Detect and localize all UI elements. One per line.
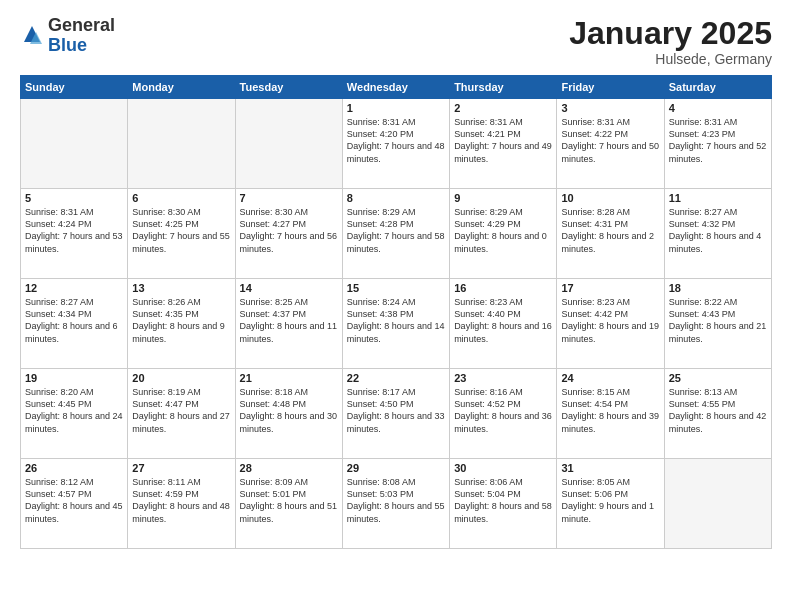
calendar-cell: 17Sunrise: 8:23 AM Sunset: 4:42 PM Dayli… — [557, 279, 664, 369]
calendar-cell: 19Sunrise: 8:20 AM Sunset: 4:45 PM Dayli… — [21, 369, 128, 459]
day-number: 10 — [561, 192, 659, 204]
calendar-week-4: 19Sunrise: 8:20 AM Sunset: 4:45 PM Dayli… — [21, 369, 772, 459]
calendar-cell: 5Sunrise: 8:31 AM Sunset: 4:24 PM Daylig… — [21, 189, 128, 279]
month-title: January 2025 — [569, 16, 772, 51]
calendar-week-1: 1Sunrise: 8:31 AM Sunset: 4:20 PM Daylig… — [21, 99, 772, 189]
calendar-cell — [664, 459, 771, 549]
day-number: 5 — [25, 192, 123, 204]
calendar-week-3: 12Sunrise: 8:27 AM Sunset: 4:34 PM Dayli… — [21, 279, 772, 369]
day-number: 13 — [132, 282, 230, 294]
weekday-header-monday: Monday — [128, 76, 235, 99]
day-number: 1 — [347, 102, 445, 114]
weekday-header-wednesday: Wednesday — [342, 76, 449, 99]
day-number: 14 — [240, 282, 338, 294]
day-number: 24 — [561, 372, 659, 384]
calendar-cell: 24Sunrise: 8:15 AM Sunset: 4:54 PM Dayli… — [557, 369, 664, 459]
calendar-cell: 2Sunrise: 8:31 AM Sunset: 4:21 PM Daylig… — [450, 99, 557, 189]
day-info: Sunrise: 8:30 AM Sunset: 4:25 PM Dayligh… — [132, 206, 230, 255]
day-info: Sunrise: 8:17 AM Sunset: 4:50 PM Dayligh… — [347, 386, 445, 435]
day-number: 7 — [240, 192, 338, 204]
calendar-cell: 10Sunrise: 8:28 AM Sunset: 4:31 PM Dayli… — [557, 189, 664, 279]
weekday-header-friday: Friday — [557, 76, 664, 99]
day-info: Sunrise: 8:31 AM Sunset: 4:21 PM Dayligh… — [454, 116, 552, 165]
calendar-week-2: 5Sunrise: 8:31 AM Sunset: 4:24 PM Daylig… — [21, 189, 772, 279]
day-number: 6 — [132, 192, 230, 204]
calendar-cell: 18Sunrise: 8:22 AM Sunset: 4:43 PM Dayli… — [664, 279, 771, 369]
day-info: Sunrise: 8:31 AM Sunset: 4:20 PM Dayligh… — [347, 116, 445, 165]
calendar-cell: 6Sunrise: 8:30 AM Sunset: 4:25 PM Daylig… — [128, 189, 235, 279]
calendar-cell: 29Sunrise: 8:08 AM Sunset: 5:03 PM Dayli… — [342, 459, 449, 549]
day-number: 27 — [132, 462, 230, 474]
calendar-cell: 7Sunrise: 8:30 AM Sunset: 4:27 PM Daylig… — [235, 189, 342, 279]
day-number: 21 — [240, 372, 338, 384]
calendar-cell: 22Sunrise: 8:17 AM Sunset: 4:50 PM Dayli… — [342, 369, 449, 459]
calendar-cell: 26Sunrise: 8:12 AM Sunset: 4:57 PM Dayli… — [21, 459, 128, 549]
day-info: Sunrise: 8:28 AM Sunset: 4:31 PM Dayligh… — [561, 206, 659, 255]
logo-icon — [20, 24, 44, 48]
calendar-cell: 27Sunrise: 8:11 AM Sunset: 4:59 PM Dayli… — [128, 459, 235, 549]
day-number: 22 — [347, 372, 445, 384]
calendar-cell: 31Sunrise: 8:05 AM Sunset: 5:06 PM Dayli… — [557, 459, 664, 549]
day-info: Sunrise: 8:27 AM Sunset: 4:34 PM Dayligh… — [25, 296, 123, 345]
calendar-cell — [128, 99, 235, 189]
day-number: 20 — [132, 372, 230, 384]
calendar-cell: 9Sunrise: 8:29 AM Sunset: 4:29 PM Daylig… — [450, 189, 557, 279]
day-number: 30 — [454, 462, 552, 474]
day-number: 9 — [454, 192, 552, 204]
calendar-cell: 21Sunrise: 8:18 AM Sunset: 4:48 PM Dayli… — [235, 369, 342, 459]
day-number: 25 — [669, 372, 767, 384]
page-header: General Blue January 2025 Hulsede, Germa… — [20, 16, 772, 67]
calendar-cell: 11Sunrise: 8:27 AM Sunset: 4:32 PM Dayli… — [664, 189, 771, 279]
day-number: 2 — [454, 102, 552, 114]
day-number: 19 — [25, 372, 123, 384]
day-number: 8 — [347, 192, 445, 204]
day-info: Sunrise: 8:27 AM Sunset: 4:32 PM Dayligh… — [669, 206, 767, 255]
day-info: Sunrise: 8:18 AM Sunset: 4:48 PM Dayligh… — [240, 386, 338, 435]
location: Hulsede, Germany — [569, 51, 772, 67]
logo: General Blue — [20, 16, 115, 56]
day-number: 23 — [454, 372, 552, 384]
calendar-header-row: SundayMondayTuesdayWednesdayThursdayFrid… — [21, 76, 772, 99]
day-info: Sunrise: 8:11 AM Sunset: 4:59 PM Dayligh… — [132, 476, 230, 525]
calendar-cell: 14Sunrise: 8:25 AM Sunset: 4:37 PM Dayli… — [235, 279, 342, 369]
day-info: Sunrise: 8:25 AM Sunset: 4:37 PM Dayligh… — [240, 296, 338, 345]
day-info: Sunrise: 8:29 AM Sunset: 4:28 PM Dayligh… — [347, 206, 445, 255]
day-info: Sunrise: 8:26 AM Sunset: 4:35 PM Dayligh… — [132, 296, 230, 345]
day-number: 11 — [669, 192, 767, 204]
calendar-cell: 12Sunrise: 8:27 AM Sunset: 4:34 PM Dayli… — [21, 279, 128, 369]
weekday-header-tuesday: Tuesday — [235, 76, 342, 99]
day-info: Sunrise: 8:19 AM Sunset: 4:47 PM Dayligh… — [132, 386, 230, 435]
logo-blue-text: Blue — [48, 35, 87, 55]
day-info: Sunrise: 8:23 AM Sunset: 4:40 PM Dayligh… — [454, 296, 552, 345]
calendar-table: SundayMondayTuesdayWednesdayThursdayFrid… — [20, 75, 772, 549]
calendar-cell: 20Sunrise: 8:19 AM Sunset: 4:47 PM Dayli… — [128, 369, 235, 459]
day-number: 4 — [669, 102, 767, 114]
day-info: Sunrise: 8:24 AM Sunset: 4:38 PM Dayligh… — [347, 296, 445, 345]
calendar-cell: 1Sunrise: 8:31 AM Sunset: 4:20 PM Daylig… — [342, 99, 449, 189]
day-number: 18 — [669, 282, 767, 294]
day-number: 31 — [561, 462, 659, 474]
calendar-cell: 15Sunrise: 8:24 AM Sunset: 4:38 PM Dayli… — [342, 279, 449, 369]
day-info: Sunrise: 8:05 AM Sunset: 5:06 PM Dayligh… — [561, 476, 659, 525]
weekday-header-sunday: Sunday — [21, 76, 128, 99]
calendar-cell: 16Sunrise: 8:23 AM Sunset: 4:40 PM Dayli… — [450, 279, 557, 369]
calendar-cell: 8Sunrise: 8:29 AM Sunset: 4:28 PM Daylig… — [342, 189, 449, 279]
day-info: Sunrise: 8:08 AM Sunset: 5:03 PM Dayligh… — [347, 476, 445, 525]
day-info: Sunrise: 8:30 AM Sunset: 4:27 PM Dayligh… — [240, 206, 338, 255]
day-number: 17 — [561, 282, 659, 294]
day-info: Sunrise: 8:23 AM Sunset: 4:42 PM Dayligh… — [561, 296, 659, 345]
calendar-cell — [235, 99, 342, 189]
calendar-cell: 23Sunrise: 8:16 AM Sunset: 4:52 PM Dayli… — [450, 369, 557, 459]
title-block: January 2025 Hulsede, Germany — [569, 16, 772, 67]
day-number: 28 — [240, 462, 338, 474]
calendar-cell: 28Sunrise: 8:09 AM Sunset: 5:01 PM Dayli… — [235, 459, 342, 549]
day-number: 12 — [25, 282, 123, 294]
day-info: Sunrise: 8:15 AM Sunset: 4:54 PM Dayligh… — [561, 386, 659, 435]
calendar-week-5: 26Sunrise: 8:12 AM Sunset: 4:57 PM Dayli… — [21, 459, 772, 549]
logo-general-text: General — [48, 15, 115, 35]
calendar-cell: 3Sunrise: 8:31 AM Sunset: 4:22 PM Daylig… — [557, 99, 664, 189]
day-info: Sunrise: 8:16 AM Sunset: 4:52 PM Dayligh… — [454, 386, 552, 435]
day-info: Sunrise: 8:12 AM Sunset: 4:57 PM Dayligh… — [25, 476, 123, 525]
day-number: 15 — [347, 282, 445, 294]
calendar-cell: 13Sunrise: 8:26 AM Sunset: 4:35 PM Dayli… — [128, 279, 235, 369]
